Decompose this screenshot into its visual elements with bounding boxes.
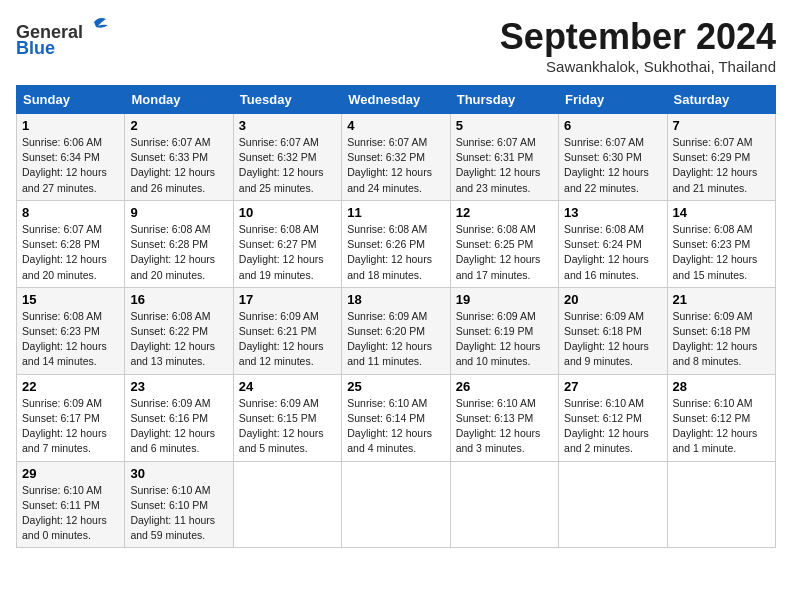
weekday-header-friday: Friday bbox=[559, 86, 667, 114]
calendar-cell: 19Sunrise: 6:09 AM Sunset: 6:19 PM Dayli… bbox=[450, 287, 558, 374]
calendar-week-row: 22Sunrise: 6:09 AM Sunset: 6:17 PM Dayli… bbox=[17, 374, 776, 461]
day-info: Sunrise: 6:08 AM Sunset: 6:28 PM Dayligh… bbox=[130, 222, 227, 283]
calendar-cell: 14Sunrise: 6:08 AM Sunset: 6:23 PM Dayli… bbox=[667, 200, 775, 287]
day-info: Sunrise: 6:07 AM Sunset: 6:30 PM Dayligh… bbox=[564, 135, 661, 196]
weekday-header-wednesday: Wednesday bbox=[342, 86, 450, 114]
day-info: Sunrise: 6:08 AM Sunset: 6:26 PM Dayligh… bbox=[347, 222, 444, 283]
day-info: Sunrise: 6:10 AM Sunset: 6:14 PM Dayligh… bbox=[347, 396, 444, 457]
calendar-cell: 11Sunrise: 6:08 AM Sunset: 6:26 PM Dayli… bbox=[342, 200, 450, 287]
calendar-cell: 16Sunrise: 6:08 AM Sunset: 6:22 PM Dayli… bbox=[125, 287, 233, 374]
day-info: Sunrise: 6:09 AM Sunset: 6:18 PM Dayligh… bbox=[564, 309, 661, 370]
day-info: Sunrise: 6:09 AM Sunset: 6:15 PM Dayligh… bbox=[239, 396, 336, 457]
day-info: Sunrise: 6:10 AM Sunset: 6:10 PM Dayligh… bbox=[130, 483, 227, 544]
day-number: 10 bbox=[239, 205, 336, 220]
day-number: 4 bbox=[347, 118, 444, 133]
day-info: Sunrise: 6:10 AM Sunset: 6:11 PM Dayligh… bbox=[22, 483, 119, 544]
day-number: 28 bbox=[673, 379, 770, 394]
day-info: Sunrise: 6:07 AM Sunset: 6:32 PM Dayligh… bbox=[347, 135, 444, 196]
calendar-header-row: SundayMondayTuesdayWednesdayThursdayFrid… bbox=[17, 86, 776, 114]
calendar-cell bbox=[233, 461, 341, 548]
day-info: Sunrise: 6:09 AM Sunset: 6:21 PM Dayligh… bbox=[239, 309, 336, 370]
title-area: September 2024 Sawankhalok, Sukhothai, T… bbox=[500, 16, 776, 75]
day-info: Sunrise: 6:07 AM Sunset: 6:31 PM Dayligh… bbox=[456, 135, 553, 196]
day-number: 13 bbox=[564, 205, 661, 220]
calendar-cell: 5Sunrise: 6:07 AM Sunset: 6:31 PM Daylig… bbox=[450, 114, 558, 201]
day-number: 26 bbox=[456, 379, 553, 394]
day-number: 18 bbox=[347, 292, 444, 307]
day-number: 22 bbox=[22, 379, 119, 394]
logo: General Blue bbox=[16, 16, 116, 62]
day-info: Sunrise: 6:08 AM Sunset: 6:25 PM Dayligh… bbox=[456, 222, 553, 283]
calendar-cell: 12Sunrise: 6:08 AM Sunset: 6:25 PM Dayli… bbox=[450, 200, 558, 287]
day-number: 7 bbox=[673, 118, 770, 133]
day-number: 29 bbox=[22, 466, 119, 481]
day-number: 8 bbox=[22, 205, 119, 220]
day-number: 12 bbox=[456, 205, 553, 220]
calendar-cell: 1Sunrise: 6:06 AM Sunset: 6:34 PM Daylig… bbox=[17, 114, 125, 201]
day-number: 17 bbox=[239, 292, 336, 307]
day-info: Sunrise: 6:09 AM Sunset: 6:16 PM Dayligh… bbox=[130, 396, 227, 457]
calendar-cell: 8Sunrise: 6:07 AM Sunset: 6:28 PM Daylig… bbox=[17, 200, 125, 287]
calendar-cell: 17Sunrise: 6:09 AM Sunset: 6:21 PM Dayli… bbox=[233, 287, 341, 374]
day-info: Sunrise: 6:08 AM Sunset: 6:24 PM Dayligh… bbox=[564, 222, 661, 283]
day-info: Sunrise: 6:07 AM Sunset: 6:29 PM Dayligh… bbox=[673, 135, 770, 196]
calendar-cell: 15Sunrise: 6:08 AM Sunset: 6:23 PM Dayli… bbox=[17, 287, 125, 374]
day-number: 6 bbox=[564, 118, 661, 133]
day-number: 15 bbox=[22, 292, 119, 307]
day-info: Sunrise: 6:09 AM Sunset: 6:17 PM Dayligh… bbox=[22, 396, 119, 457]
calendar-cell: 18Sunrise: 6:09 AM Sunset: 6:20 PM Dayli… bbox=[342, 287, 450, 374]
svg-text:Blue: Blue bbox=[16, 38, 55, 58]
day-info: Sunrise: 6:10 AM Sunset: 6:12 PM Dayligh… bbox=[564, 396, 661, 457]
calendar-cell: 30Sunrise: 6:10 AM Sunset: 6:10 PM Dayli… bbox=[125, 461, 233, 548]
day-number: 2 bbox=[130, 118, 227, 133]
calendar-cell: 23Sunrise: 6:09 AM Sunset: 6:16 PM Dayli… bbox=[125, 374, 233, 461]
day-info: Sunrise: 6:07 AM Sunset: 6:32 PM Dayligh… bbox=[239, 135, 336, 196]
day-info: Sunrise: 6:07 AM Sunset: 6:28 PM Dayligh… bbox=[22, 222, 119, 283]
day-info: Sunrise: 6:10 AM Sunset: 6:12 PM Dayligh… bbox=[673, 396, 770, 457]
day-number: 3 bbox=[239, 118, 336, 133]
day-number: 20 bbox=[564, 292, 661, 307]
day-info: Sunrise: 6:10 AM Sunset: 6:13 PM Dayligh… bbox=[456, 396, 553, 457]
calendar-cell: 27Sunrise: 6:10 AM Sunset: 6:12 PM Dayli… bbox=[559, 374, 667, 461]
day-info: Sunrise: 6:08 AM Sunset: 6:23 PM Dayligh… bbox=[673, 222, 770, 283]
calendar-cell: 2Sunrise: 6:07 AM Sunset: 6:33 PM Daylig… bbox=[125, 114, 233, 201]
day-number: 23 bbox=[130, 379, 227, 394]
calendar-cell bbox=[342, 461, 450, 548]
day-info: Sunrise: 6:08 AM Sunset: 6:22 PM Dayligh… bbox=[130, 309, 227, 370]
day-number: 30 bbox=[130, 466, 227, 481]
calendar-cell bbox=[559, 461, 667, 548]
calendar-cell: 10Sunrise: 6:08 AM Sunset: 6:27 PM Dayli… bbox=[233, 200, 341, 287]
day-info: Sunrise: 6:06 AM Sunset: 6:34 PM Dayligh… bbox=[22, 135, 119, 196]
calendar-cell: 21Sunrise: 6:09 AM Sunset: 6:18 PM Dayli… bbox=[667, 287, 775, 374]
calendar-cell: 25Sunrise: 6:10 AM Sunset: 6:14 PM Dayli… bbox=[342, 374, 450, 461]
day-number: 1 bbox=[22, 118, 119, 133]
day-info: Sunrise: 6:07 AM Sunset: 6:33 PM Dayligh… bbox=[130, 135, 227, 196]
calendar-week-row: 8Sunrise: 6:07 AM Sunset: 6:28 PM Daylig… bbox=[17, 200, 776, 287]
calendar-cell: 4Sunrise: 6:07 AM Sunset: 6:32 PM Daylig… bbox=[342, 114, 450, 201]
calendar-week-row: 29Sunrise: 6:10 AM Sunset: 6:11 PM Dayli… bbox=[17, 461, 776, 548]
calendar-cell: 6Sunrise: 6:07 AM Sunset: 6:30 PM Daylig… bbox=[559, 114, 667, 201]
calendar-table: SundayMondayTuesdayWednesdayThursdayFrid… bbox=[16, 85, 776, 548]
weekday-header-saturday: Saturday bbox=[667, 86, 775, 114]
day-info: Sunrise: 6:08 AM Sunset: 6:27 PM Dayligh… bbox=[239, 222, 336, 283]
day-number: 27 bbox=[564, 379, 661, 394]
location-title: Sawankhalok, Sukhothai, Thailand bbox=[500, 58, 776, 75]
calendar-cell: 9Sunrise: 6:08 AM Sunset: 6:28 PM Daylig… bbox=[125, 200, 233, 287]
page-header: General Blue September 2024 Sawankhalok,… bbox=[16, 16, 776, 75]
calendar-cell: 29Sunrise: 6:10 AM Sunset: 6:11 PM Dayli… bbox=[17, 461, 125, 548]
day-number: 19 bbox=[456, 292, 553, 307]
calendar-cell: 24Sunrise: 6:09 AM Sunset: 6:15 PM Dayli… bbox=[233, 374, 341, 461]
calendar-cell bbox=[667, 461, 775, 548]
day-info: Sunrise: 6:09 AM Sunset: 6:18 PM Dayligh… bbox=[673, 309, 770, 370]
calendar-cell: 26Sunrise: 6:10 AM Sunset: 6:13 PM Dayli… bbox=[450, 374, 558, 461]
day-number: 14 bbox=[673, 205, 770, 220]
day-number: 5 bbox=[456, 118, 553, 133]
day-number: 11 bbox=[347, 205, 444, 220]
day-number: 9 bbox=[130, 205, 227, 220]
calendar-cell bbox=[450, 461, 558, 548]
day-info: Sunrise: 6:09 AM Sunset: 6:19 PM Dayligh… bbox=[456, 309, 553, 370]
calendar-cell: 3Sunrise: 6:07 AM Sunset: 6:32 PM Daylig… bbox=[233, 114, 341, 201]
day-info: Sunrise: 6:08 AM Sunset: 6:23 PM Dayligh… bbox=[22, 309, 119, 370]
calendar-cell: 7Sunrise: 6:07 AM Sunset: 6:29 PM Daylig… bbox=[667, 114, 775, 201]
calendar-cell: 20Sunrise: 6:09 AM Sunset: 6:18 PM Dayli… bbox=[559, 287, 667, 374]
